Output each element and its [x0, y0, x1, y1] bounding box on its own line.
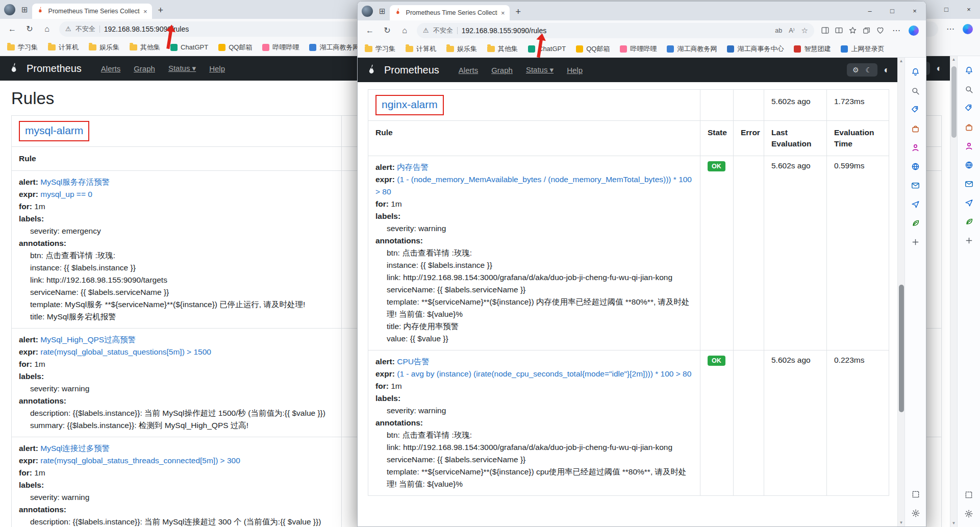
split-screen-icon[interactable]	[832, 26, 846, 35]
browser-globe-icon[interactable]	[958, 156, 980, 174]
prometheus-brand[interactable]: Prometheus	[384, 64, 439, 76]
bookmark-item[interactable]: ChatGPT	[170, 43, 208, 51]
profile-avatar[interactable]	[362, 6, 373, 17]
rule-link[interactable]: MySql服务存活预警	[40, 178, 110, 186]
scroll-up-button[interactable]: ▲	[898, 58, 904, 65]
minimize-button[interactable]: –	[859, 2, 881, 20]
bookmark-item[interactable]: 上网登录页	[841, 44, 884, 54]
bookmark-item[interactable]: 哔哩哔哩	[262, 43, 299, 52]
add-plus-icon[interactable]	[905, 233, 926, 252]
settings-gear-icon[interactable]	[958, 504, 980, 523]
bookmark-item[interactable]: 哔哩哔哩	[620, 44, 657, 54]
bookmark-item[interactable]: 娱乐集	[446, 44, 477, 54]
browser-tab[interactable]: Prometheus Time Series Collecti ×	[390, 5, 510, 20]
shopping-bag-icon[interactable]	[958, 118, 980, 137]
home-button[interactable]: ⌂	[396, 26, 413, 35]
rule-link[interactable]: 内存告警	[397, 163, 429, 171]
nav-link-graph[interactable]: Graph	[491, 66, 513, 74]
new-tab-button[interactable]: +	[158, 5, 164, 16]
translate-icon[interactable]: ab	[775, 27, 782, 34]
nav-link-alerts[interactable]: Alerts	[459, 66, 478, 74]
scroll-down-button[interactable]: ▼	[898, 519, 904, 526]
bookmark-item[interactable]: 娱乐集	[89, 43, 119, 52]
profile-avatar[interactable]	[4, 4, 15, 15]
side-panel-icon[interactable]	[818, 26, 832, 35]
favorites-icon[interactable]	[846, 26, 860, 35]
bookmark-item[interactable]: 智慧团建	[794, 44, 831, 54]
outlook-mail-icon[interactable]	[905, 176, 926, 195]
bookmark-item[interactable]: 湖工商事务中心	[727, 44, 784, 54]
read-aloud-icon[interactable]: A⁾	[789, 27, 794, 34]
rule-link[interactable]: (1 - avg by (instance) (irate(node_cpu_s…	[397, 369, 691, 378]
scroll-down-button[interactable]: ▼	[950, 520, 957, 527]
settings-gear-icon[interactable]: ⚙	[852, 66, 859, 74]
screenshot-icon[interactable]	[958, 485, 980, 504]
theme-toggle-icon[interactable]: ◐	[936, 63, 942, 74]
theme-toggle-icon[interactable]: ◐	[884, 65, 889, 76]
page-scrollbar[interactable]: ▲ ▼	[950, 56, 957, 527]
home-button[interactable]: ⌂	[39, 24, 55, 34]
back-button[interactable]: ←	[362, 26, 378, 35]
favorite-star-icon[interactable]: ☆	[801, 26, 808, 35]
more-options-button[interactable]: ⋯	[888, 26, 904, 35]
address-bar[interactable]: ⚠ 不安全 192.168.98.155:9090/rules ab A⁾ ☆	[417, 23, 814, 38]
bookmark-item[interactable]: 湖工商教务网	[309, 43, 359, 52]
more-options-button[interactable]: ⋯	[942, 24, 959, 34]
browser-essentials-icon[interactable]	[873, 26, 887, 35]
tags-icon[interactable]	[905, 101, 926, 119]
people-icon[interactable]	[958, 137, 980, 156]
dark-mode-moon-icon[interactable]: ☾	[866, 66, 872, 74]
bookmark-item[interactable]: 其他集	[487, 44, 518, 54]
nav-link-status[interactable]: Status ▾	[168, 64, 196, 73]
screenshot-icon[interactable]	[905, 485, 926, 504]
scroll-up-button[interactable]: ▲	[950, 56, 957, 63]
bookmark-item[interactable]: 计算机	[406, 44, 436, 54]
collections-icon[interactable]	[860, 26, 873, 35]
rule-group-link[interactable]: nginx-alarm	[382, 98, 438, 110]
share-send-icon[interactable]	[905, 195, 926, 214]
rule-group-link[interactable]: mysql-alarm	[25, 124, 83, 136]
settings-gear-icon[interactable]	[905, 504, 926, 522]
browser-globe-icon[interactable]	[905, 157, 926, 176]
share-send-icon[interactable]	[958, 193, 980, 212]
notifications-bell-icon[interactable]	[905, 63, 926, 82]
bookmark-item[interactable]: QQ邮箱	[218, 43, 252, 52]
tags-icon[interactable]	[958, 99, 980, 118]
outlook-mail-icon[interactable]	[958, 174, 980, 193]
plant-leaf-icon[interactable]	[905, 214, 926, 233]
rule-link[interactable]: CPU告警	[397, 357, 430, 366]
nav-link-help[interactable]: Help	[209, 64, 225, 73]
plant-leaf-icon[interactable]	[958, 212, 980, 231]
refresh-button[interactable]: ↻	[21, 24, 38, 34]
rule-link[interactable]: MySql连接过多预警	[40, 444, 110, 453]
close-button[interactable]: ×	[903, 2, 926, 20]
shopping-bag-icon[interactable]	[905, 119, 926, 138]
workspaces-icon[interactable]: ⊞	[379, 7, 386, 15]
copilot-icon[interactable]	[909, 26, 919, 36]
page-scrollbar[interactable]: ▲ ▼	[897, 58, 904, 526]
bookmark-item[interactable]: 学习集	[7, 43, 38, 52]
copilot-icon[interactable]	[963, 24, 973, 34]
rule-link[interactable]: rate(mysql_global_status_questions[5m]) …	[40, 347, 211, 356]
add-plus-icon[interactable]	[958, 231, 980, 250]
refresh-button[interactable]: ↻	[379, 26, 395, 35]
nav-link-help[interactable]: Help	[567, 66, 583, 74]
search-icon[interactable]	[905, 82, 926, 101]
scroll-thumb[interactable]	[899, 285, 904, 412]
nav-link-alerts[interactable]: Alerts	[101, 64, 120, 73]
notifications-bell-icon[interactable]	[958, 61, 980, 80]
tab-close-icon[interactable]: ×	[143, 8, 147, 15]
people-icon[interactable]	[905, 138, 926, 157]
bookmark-item[interactable]: 计算机	[48, 43, 79, 52]
maximize-button[interactable]: □	[881, 2, 903, 20]
rule-link[interactable]: mysql_up == 0	[40, 190, 92, 198]
rule-link[interactable]: (1 - (node_memory_MemAvailable_bytes / (…	[375, 175, 692, 196]
bookmark-item[interactable]: 湖工商教务网	[667, 44, 717, 54]
scroll-thumb[interactable]	[951, 66, 957, 138]
tab-close-icon[interactable]: ×	[501, 9, 505, 17]
rule-link[interactable]: MySql_High_QPS过高预警	[40, 335, 136, 344]
workspaces-icon[interactable]: ⊞	[21, 6, 28, 13]
search-icon[interactable]	[958, 80, 980, 99]
browser-tab[interactable]: Prometheus Time Series Collecti ×	[32, 4, 152, 19]
prometheus-brand[interactable]: Prometheus	[27, 63, 82, 74]
